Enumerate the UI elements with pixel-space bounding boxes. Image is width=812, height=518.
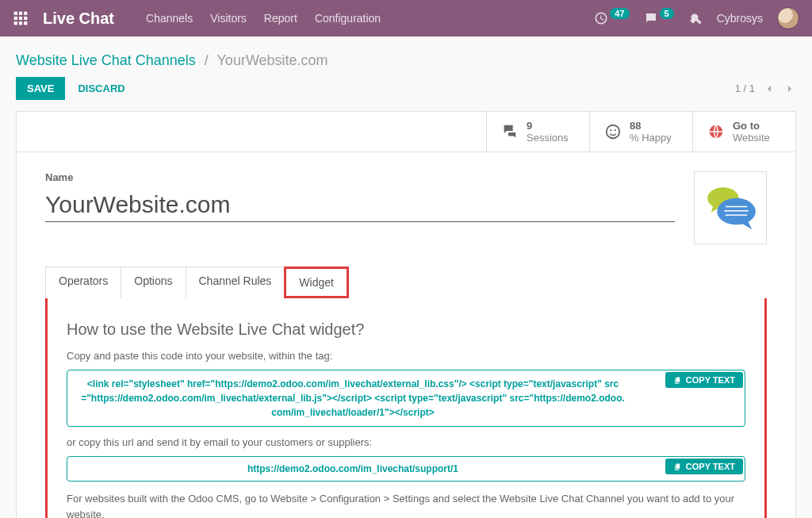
smile-icon	[604, 123, 622, 140]
nav-channels[interactable]: Channels	[146, 12, 193, 25]
copy-script-button[interactable]: COPY TEXT	[665, 372, 743, 388]
pager: 1 / 1	[735, 82, 796, 95]
copy-icon	[673, 376, 682, 385]
timer-badge: 47	[610, 8, 629, 19]
comments-icon	[501, 123, 519, 140]
happy-count: 88	[630, 120, 672, 132]
messages-indicator[interactable]: 5	[644, 11, 674, 25]
brand-title: Live Chat	[43, 10, 114, 28]
widget-title: How to use the Website Live Chat widget?	[67, 320, 745, 339]
stat-happy[interactable]: 88% Happy	[589, 112, 692, 152]
nav-configuration[interactable]: Configuration	[315, 12, 381, 25]
sessions-count: 9	[527, 120, 569, 132]
code-box-script: <link rel="stylesheet" href="https://dem…	[67, 370, 745, 427]
stat-bar: 9Sessions 88% Happy Go toWebsite	[17, 112, 795, 152]
chat-badge: 5	[660, 8, 674, 19]
apps-icon[interactable]	[13, 10, 29, 26]
user-name[interactable]: Cybrosys	[717, 12, 763, 25]
breadcrumb-sep: /	[205, 52, 209, 68]
pager-count: 1 / 1	[735, 82, 755, 94]
pager-next-icon[interactable]	[783, 82, 796, 95]
channel-image[interactable]	[694, 171, 767, 244]
svg-rect-8	[24, 21, 27, 25]
svg-rect-5	[24, 17, 27, 20]
svg-rect-6	[14, 21, 17, 25]
top-nav: Channels Visitors Report Configuration	[146, 12, 381, 25]
widget-panel: How to use the Website Live Chat widget?…	[45, 298, 767, 518]
svg-rect-7	[19, 21, 22, 25]
pager-prev-icon[interactable]	[763, 82, 776, 95]
nav-visitors[interactable]: Visitors	[210, 12, 247, 25]
widget-help-3: For websites built with the Odoo CMS, go…	[67, 491, 745, 518]
clock-icon	[594, 11, 608, 25]
discard-button[interactable]: DISCARD	[78, 82, 124, 94]
tab-operators[interactable]: Operators	[45, 267, 121, 298]
tab-widget[interactable]: Widget	[284, 267, 349, 298]
happy-label: % Happy	[630, 132, 672, 144]
breadcrumb: Website Live Chat Channels / YourWebsite…	[16, 52, 796, 69]
code-url: https://demo2.odoo.com/im_livechat/suppo…	[80, 462, 626, 476]
svg-rect-1	[19, 12, 22, 15]
tools-icon[interactable]	[688, 11, 703, 25]
timer-indicator[interactable]: 47	[594, 11, 629, 25]
goto-line1: Go to	[733, 120, 770, 132]
save-button[interactable]: SAVE	[16, 77, 65, 100]
code-script: <link rel="stylesheet" href="https://dem…	[80, 377, 626, 420]
globe-icon	[707, 123, 725, 140]
actions-row: SAVE DISCARD 1 / 1	[16, 77, 796, 100]
breadcrumb-current: YourWebsite.com	[217, 52, 328, 68]
widget-help-2: or copy this url and send it by email to…	[67, 436, 745, 448]
svg-point-10	[610, 129, 611, 131]
form-body: Name Operators Opt	[17, 152, 795, 518]
svg-point-9	[607, 125, 620, 139]
copy-icon	[673, 462, 682, 471]
goto-line2: Website	[733, 132, 770, 144]
chat-icon	[644, 11, 658, 25]
topbar: Live Chat Channels Visitors Report Confi…	[0, 0, 812, 36]
copy-label: COPY TEXT	[686, 462, 735, 471]
nav-report[interactable]: Report	[264, 12, 297, 25]
svg-rect-2	[24, 12, 27, 15]
stat-sessions[interactable]: 9Sessions	[486, 112, 589, 152]
tab-options[interactable]: Options	[121, 267, 186, 298]
code-box-url: https://demo2.odoo.com/im_livechat/suppo…	[67, 456, 745, 482]
svg-rect-3	[14, 17, 17, 20]
tabs: Operators Options Channel Rules Widget	[45, 267, 767, 298]
svg-rect-0	[14, 12, 17, 15]
svg-point-11	[615, 129, 616, 131]
name-input[interactable]	[45, 188, 675, 222]
widget-help-1: Copy and paste this code into your websi…	[67, 350, 745, 362]
breadcrumb-root[interactable]: Website Live Chat Channels	[16, 52, 196, 68]
chat-bubbles-icon	[700, 178, 760, 238]
name-label: Name	[45, 171, 675, 183]
tab-channel-rules[interactable]: Channel Rules	[186, 267, 285, 298]
top-right: 47 5 Cybrosys	[594, 7, 799, 29]
copy-url-button[interactable]: COPY TEXT	[665, 459, 743, 474]
copy-label: COPY TEXT	[686, 375, 735, 385]
svg-rect-4	[19, 17, 22, 20]
sessions-label: Sessions	[527, 132, 569, 144]
avatar[interactable]	[777, 7, 799, 29]
page-body: Website Live Chat Channels / YourWebsite…	[0, 36, 812, 518]
form-sheet: 9Sessions 88% Happy Go toWebsite Name	[16, 111, 796, 518]
stat-goto-website[interactable]: Go toWebsite	[692, 112, 795, 152]
